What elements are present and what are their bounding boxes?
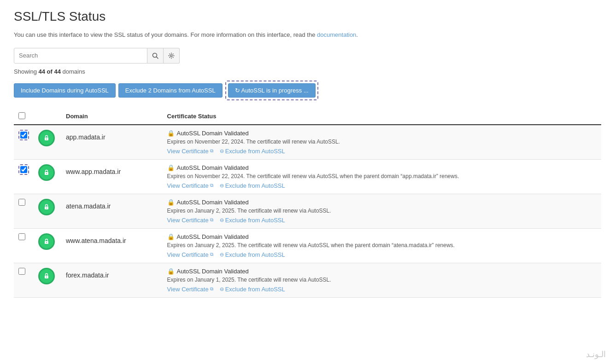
domain-name: app.madata.ir bbox=[66, 130, 158, 141]
external-link-icon: ⧉ bbox=[210, 148, 213, 154]
page-description: You can use this interface to view the S… bbox=[14, 30, 601, 40]
lock-icon: 🔒 bbox=[167, 233, 175, 240]
checkbox-cell bbox=[14, 228, 34, 263]
domain-icon bbox=[38, 268, 55, 284]
external-link-icon: ⧉ bbox=[210, 183, 213, 188]
exclude-from-autossl-link[interactable]: ⊖ Exclude from AutoSSL bbox=[220, 182, 285, 189]
exclude-icon: ⊖ bbox=[220, 252, 224, 258]
documentation-link[interactable]: documentation bbox=[317, 31, 356, 38]
domain-icon-cell bbox=[34, 228, 61, 263]
showing-text: Showing 44 of 44 domains bbox=[14, 68, 601, 75]
lock-circle-icon bbox=[42, 237, 51, 246]
cert-status-cell: 🔒 AutoSSL Domain Validated Expires on Ja… bbox=[163, 228, 601, 263]
cert-expires: Expires on January 1, 2025. The certific… bbox=[167, 277, 597, 283]
table-row: www.app.madata.ir 🔒 AutoSSL Domain Valid… bbox=[14, 159, 601, 194]
cert-status-cell: 🔒 AutoSSL Domain Validated Expires on No… bbox=[163, 125, 601, 160]
search-input[interactable] bbox=[14, 48, 147, 64]
row-checkbox[interactable] bbox=[20, 166, 27, 173]
domain-icon bbox=[38, 199, 55, 215]
row-checkbox[interactable] bbox=[18, 233, 25, 240]
cert-status-title: 🔒 AutoSSL Domain Validated bbox=[167, 233, 597, 240]
cert-validated-label: AutoSSL Domain Validated bbox=[177, 130, 249, 137]
row-checkbox[interactable] bbox=[18, 199, 25, 206]
cert-status-title: 🔒 AutoSSL Domain Validated bbox=[167, 268, 597, 275]
domain-icon-cell bbox=[34, 194, 61, 228]
exclude-icon: ⊖ bbox=[220, 148, 224, 154]
table-row: app.madata.ir 🔒 AutoSSL Domain Validated… bbox=[14, 125, 601, 160]
cert-status-cell: 🔒 AutoSSL Domain Validated Expires on Ja… bbox=[163, 194, 601, 228]
gear-icon bbox=[168, 52, 175, 59]
select-all-checkbox[interactable] bbox=[18, 112, 25, 119]
lock-icon: 🔒 bbox=[167, 164, 175, 171]
domain-name-cell: forex.madata.ir bbox=[61, 263, 163, 297]
checkbox-highlight-wrapper bbox=[18, 164, 29, 175]
lock-icon: 🔒 bbox=[167, 268, 175, 275]
svg-point-2 bbox=[170, 55, 172, 57]
domain-name-cell: www.atena.madata.ir bbox=[61, 228, 163, 263]
view-certificate-link[interactable]: View Certificate ⧉ bbox=[167, 251, 213, 258]
cert-status-title: 🔒 AutoSSL Domain Validated bbox=[167, 164, 597, 171]
domain-name-cell: app.madata.ir bbox=[61, 125, 163, 160]
autossl-progress-wrapper: ↻ AutoSSL is in progress ... bbox=[225, 81, 318, 100]
include-domains-button[interactable]: Include Domains during AutoSSL bbox=[14, 83, 116, 98]
view-certificate-link[interactable]: View Certificate ⧉ bbox=[167, 286, 213, 293]
autossl-progress-button[interactable]: ↻ AutoSSL is in progress ... bbox=[228, 83, 316, 98]
lock-circle-icon bbox=[42, 168, 51, 177]
domain-name: atena.madata.ir bbox=[66, 199, 158, 210]
external-link-icon: ⧉ bbox=[210, 286, 213, 292]
checkbox-cell bbox=[14, 125, 34, 160]
lock-circle-icon bbox=[42, 272, 51, 280]
col-domain: Domain bbox=[61, 109, 163, 125]
cert-expires: Expires on January 2, 2025. The certific… bbox=[167, 208, 597, 214]
exclude-from-autossl-link[interactable]: ⊖ Exclude from AutoSSL bbox=[220, 217, 285, 224]
svg-point-6 bbox=[46, 173, 47, 174]
page-title: SSL/TLS Status bbox=[14, 9, 601, 24]
svg-point-4 bbox=[46, 139, 47, 139]
external-link-icon: ⧉ bbox=[210, 252, 213, 257]
view-certificate-link[interactable]: View Certificate ⧉ bbox=[167, 148, 213, 155]
row-checkbox[interactable] bbox=[18, 268, 25, 275]
lock-icon: 🔒 bbox=[167, 130, 175, 137]
search-icon bbox=[152, 52, 158, 59]
external-link-icon: ⧉ bbox=[210, 217, 213, 223]
exclude-from-autossl-link[interactable]: ⊖ Exclude from AutoSSL bbox=[220, 286, 285, 293]
exclude-from-autossl-link[interactable]: ⊖ Exclude from AutoSSL bbox=[220, 251, 285, 258]
view-certificate-link[interactable]: View Certificate ⧉ bbox=[167, 217, 213, 224]
domains-table: Domain Certificate Status app.madata.ir … bbox=[14, 109, 601, 298]
exclude-from-autossl-link[interactable]: ⊖ Exclude from AutoSSL bbox=[220, 148, 285, 155]
table-row: atena.madata.ir 🔒 AutoSSL Domain Validat… bbox=[14, 194, 601, 228]
checkbox-cell bbox=[14, 263, 34, 297]
domain-name-cell: atena.madata.ir bbox=[61, 194, 163, 228]
row-checkbox[interactable] bbox=[20, 132, 27, 139]
domain-name: forex.madata.ir bbox=[66, 268, 158, 279]
cert-actions: View Certificate ⧉ ⊖ Exclude from AutoSS… bbox=[167, 182, 597, 189]
view-certificate-link[interactable]: View Certificate ⧉ bbox=[167, 182, 213, 189]
domain-icon bbox=[38, 130, 55, 146]
checkbox-cell bbox=[14, 194, 34, 228]
svg-point-12 bbox=[46, 277, 47, 277]
cert-status-title: 🔒 AutoSSL Domain Validated bbox=[167, 199, 597, 206]
exclude-icon: ⊖ bbox=[220, 183, 224, 189]
table-row: www.atena.madata.ir 🔒 AutoSSL Domain Val… bbox=[14, 228, 601, 263]
exclude-icon: ⊖ bbox=[220, 217, 224, 223]
col-cert-status: Certificate Status bbox=[163, 109, 601, 125]
svg-point-8 bbox=[46, 208, 47, 208]
settings-button[interactable] bbox=[164, 48, 180, 64]
table-row: forex.madata.ir 🔒 AutoSSL Domain Validat… bbox=[14, 263, 601, 297]
checkbox-cell bbox=[14, 159, 34, 194]
checkbox-highlight-wrapper bbox=[18, 130, 29, 140]
cert-actions: View Certificate ⧉ ⊖ Exclude from AutoSS… bbox=[167, 217, 597, 224]
cert-validated-label: AutoSSL Domain Validated bbox=[177, 233, 249, 240]
domain-icon-cell bbox=[34, 263, 61, 297]
domain-name: www.app.madata.ir bbox=[66, 164, 158, 175]
cert-expires: Expires on November 22, 2024. The certif… bbox=[167, 173, 597, 179]
cert-actions: View Certificate ⧉ ⊖ Exclude from AutoSS… bbox=[167, 286, 597, 293]
lock-circle-icon bbox=[42, 134, 51, 142]
cert-actions: View Certificate ⧉ ⊖ Exclude from AutoSS… bbox=[167, 251, 597, 258]
exclude-domains-button[interactable]: Exclude 2 Domains from AutoSSL bbox=[118, 83, 223, 98]
domain-icon bbox=[38, 164, 55, 181]
cert-validated-label: AutoSSL Domain Validated bbox=[177, 164, 249, 171]
domain-icon-cell bbox=[34, 125, 61, 160]
search-bar bbox=[14, 48, 601, 64]
search-button[interactable] bbox=[147, 48, 164, 64]
